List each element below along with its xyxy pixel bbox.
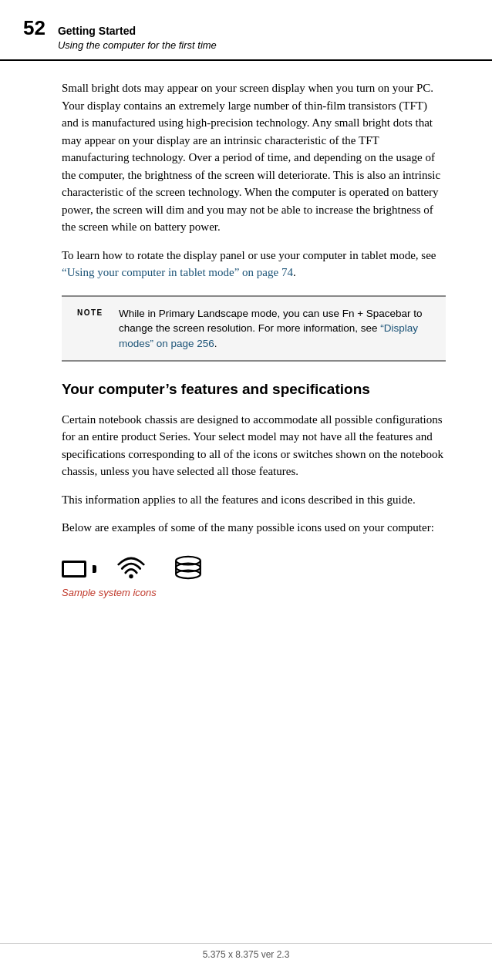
tablet-mode-link[interactable]: “Using your computer in tablet mode” on … xyxy=(62,266,293,278)
paragraph-information: This information applies to all the feat… xyxy=(62,491,446,509)
battery-body xyxy=(62,561,86,578)
note-text-prefix: While in Primary Landscape mode, you can… xyxy=(119,308,423,335)
page-number: 52 xyxy=(23,14,45,43)
database-icon xyxy=(171,555,205,580)
icons-caption: Sample system icons xyxy=(62,586,446,601)
wireless-icon-item xyxy=(116,551,147,580)
database-icon-item xyxy=(171,555,205,580)
header-right: Getting Started Using the computer for t… xyxy=(58,23,217,53)
paragraph2-suffix: . xyxy=(293,266,296,278)
chapter-title: Getting Started xyxy=(58,23,217,39)
svg-point-0 xyxy=(129,574,133,578)
paragraph-chassis: Certain notebook chassis are designed to… xyxy=(62,411,446,480)
battery-icon xyxy=(62,558,91,580)
paragraph2-prefix: To learn how to rotate the display panel… xyxy=(62,249,436,261)
paragraph-examples: Below are examples of some of the many p… xyxy=(62,519,446,537)
wireless-icon xyxy=(116,551,147,580)
battery-cap xyxy=(93,565,96,573)
page-container: 52 Getting Started Using the computer fo… xyxy=(0,0,492,980)
content-area: Small bright dots may appear on your scr… xyxy=(0,61,492,619)
page-footer: 5.375 x 8.375 ver 2.3 xyxy=(0,928,492,961)
footer-text: 5.375 x 8.375 ver 2.3 xyxy=(203,949,290,960)
footer-divider xyxy=(0,943,492,944)
features-heading: Your computer’s features and specificati… xyxy=(62,379,446,400)
battery-icon-item xyxy=(62,558,91,580)
note-text: While in Primary Landscape mode, you can… xyxy=(119,306,430,352)
page-header: 52 Getting Started Using the computer fo… xyxy=(0,0,492,61)
note-box: NOTE While in Primary Landscape mode, yo… xyxy=(62,295,446,362)
section-title-header: Using the computer for the first time xyxy=(58,39,217,53)
note-text-suffix: . xyxy=(214,338,217,349)
paragraph-tablet-mode: To learn how to rotate the display panel… xyxy=(62,247,446,281)
icons-area xyxy=(62,551,446,580)
note-label: NOTE xyxy=(77,306,106,319)
paragraph-tft: Small bright dots may appear on your scr… xyxy=(62,79,446,236)
